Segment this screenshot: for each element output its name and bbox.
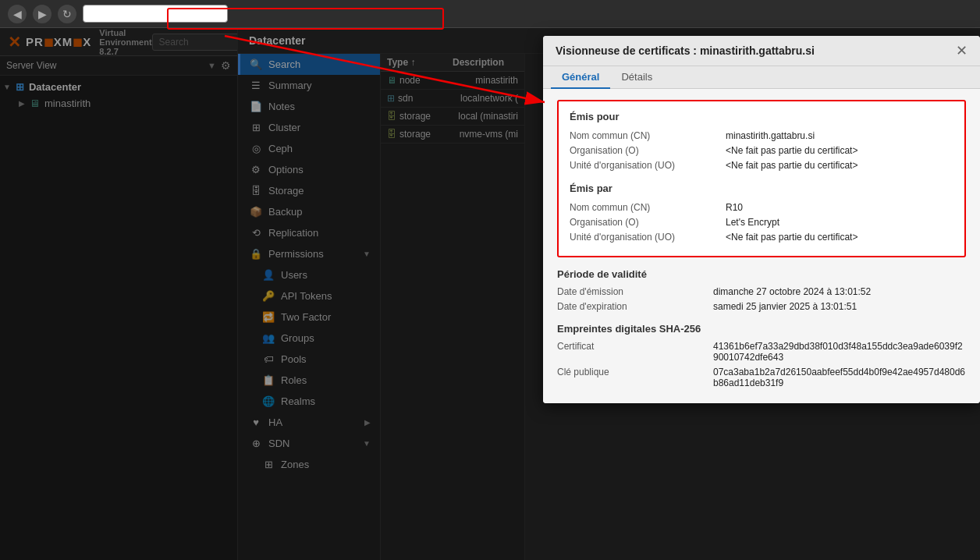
emis-par-cn: Nom commun (CN) R10 — [570, 202, 953, 213]
fingerprint-cert-label: Certificat — [557, 341, 713, 363]
fingerprint-pubkey-label: Clé publique — [557, 367, 713, 388]
back-button[interactable]: ◀ — [8, 5, 27, 23]
dialog-tabs: Général Détails — [543, 66, 980, 89]
fingerprint-cert-value: 41361b6ef7a33a29dbd38f010d3f48a155ddc3ea… — [713, 341, 966, 363]
expiration-value: samedi 25 janvier 2025 à 13:01:51 — [713, 301, 857, 312]
fingerprint-title: Empreintes digitales SHA-256 — [557, 323, 966, 335]
certificate-dialog: Visionneuse de certificats : minastirith… — [543, 36, 980, 403]
emis-pour-section: Émis pour Nom commun (CN) minastirith.ga… — [557, 100, 966, 257]
emis-par-uo-value: <Ne fait pas partie du certificat> — [726, 232, 858, 243]
url-bar[interactable]: https://minastirith.gattabru.si:8006/#v1… — [83, 5, 228, 23]
emis-pour-uo: Unité d'organisation (UO) <Ne fait pas p… — [570, 160, 953, 171]
dialog-body: Émis pour Nom commun (CN) minastirith.ga… — [543, 89, 980, 403]
emis-par-o-label: Organisation (O) — [570, 217, 726, 228]
dialog-title: Visionneuse de certificats : minastirith… — [556, 44, 815, 57]
validity-emission: Date d'émission dimanche 27 octobre 2024… — [557, 286, 966, 297]
emis-pour-cn-value: minastirith.gattabru.si — [726, 130, 815, 141]
emis-pour-uo-value: <Ne fait pas partie du certificat> — [726, 160, 858, 171]
browser-bar: ◀ ▶ ↻ https://minastirith.gattabru.si:80… — [0, 0, 980, 28]
emis-par-cn-value: R10 — [726, 202, 743, 213]
emis-pour-o-label: Organisation (O) — [570, 145, 726, 156]
emis-par-o: Organisation (O) Let's Encrypt — [570, 217, 953, 228]
dialog-overlay: Visionneuse de certificats : minastirith… — [0, 28, 980, 560]
emis-pour-o: Organisation (O) <Ne fait pas partie du … — [570, 145, 953, 156]
emis-par-uo: Unité d'organisation (UO) <Ne fait pas p… — [570, 232, 953, 243]
forward-button[interactable]: ▶ — [33, 5, 51, 23]
tab-details[interactable]: Détails — [610, 66, 663, 89]
dialog-header: Visionneuse de certificats : minastirith… — [543, 36, 980, 66]
tab-general[interactable]: Général — [551, 66, 610, 89]
fingerprint-pubkey: Clé publique 07ca3aba1b2a7d26150aabfeef5… — [557, 367, 966, 388]
emis-pour-cn: Nom commun (CN) minastirith.gattabru.si — [570, 130, 953, 141]
emis-pour-title: Émis pour — [570, 111, 953, 122]
fingerprint-pubkey-value: 07ca3aba1b2a7d26150aabfeef55dd4b0f9e42ae… — [713, 367, 966, 388]
expiration-label: Date d'expiration — [557, 301, 713, 312]
fingerprint-section: Empreintes digitales SHA-256 Certificat … — [557, 323, 966, 388]
emis-pour-uo-label: Unité d'organisation (UO) — [570, 160, 726, 171]
emis-par-cn-label: Nom commun (CN) — [570, 202, 726, 213]
validity-expiration: Date d'expiration samedi 25 janvier 2025… — [557, 301, 966, 312]
dialog-close-button[interactable]: ✕ — [956, 44, 968, 58]
validity-title: Période de validité — [557, 268, 966, 280]
emis-par-o-value: Let's Encrypt — [726, 217, 779, 228]
emission-label: Date d'émission — [557, 286, 713, 297]
refresh-button[interactable]: ↻ — [58, 5, 76, 23]
emis-pour-o-value: <Ne fait pas partie du certificat> — [726, 145, 858, 156]
emission-value: dimanche 27 octobre 2024 à 13:01:52 — [713, 286, 871, 297]
validity-section: Période de validité Date d'émission dima… — [557, 268, 966, 312]
emis-par-uo-label: Unité d'organisation (UO) — [570, 232, 726, 243]
emis-par-title: Émis par — [570, 183, 953, 194]
emis-pour-cn-label: Nom commun (CN) — [570, 130, 726, 141]
fingerprint-cert: Certificat 41361b6ef7a33a29dbd38f010d3f4… — [557, 341, 966, 363]
